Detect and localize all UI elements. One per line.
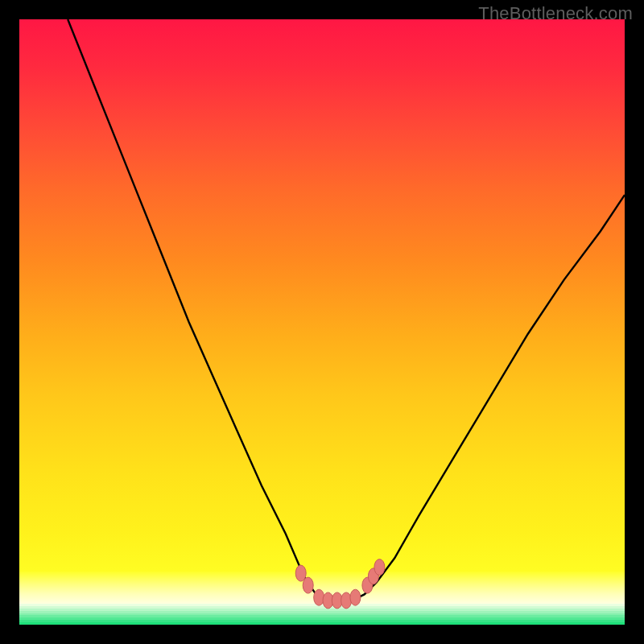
curve-marker — [350, 589, 361, 605]
curve-marker — [341, 592, 352, 609]
bottleneck-curve — [68, 19, 625, 601]
watermark-text: TheBottleneck.com — [478, 3, 633, 24]
stage: TheBottleneck.com — [0, 0, 644, 644]
curve-marker — [374, 559, 385, 576]
plot-area — [19, 19, 625, 625]
curve-layer — [19, 19, 625, 625]
marker-group — [295, 559, 385, 609]
curve-marker — [314, 589, 324, 605]
curve-marker — [303, 577, 313, 593]
